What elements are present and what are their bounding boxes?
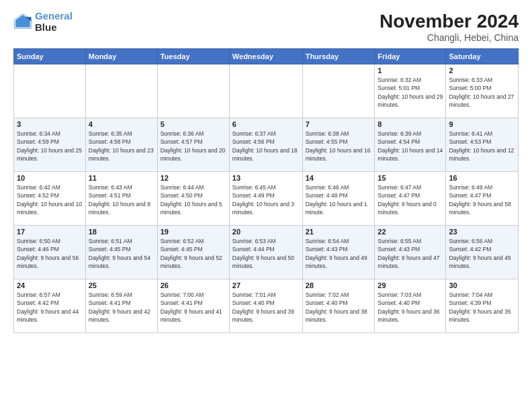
day-info: Sunrise: 6:46 AM Sunset: 4:48 PM Dayligh…: [306, 183, 372, 216]
week-row-3: 10Sunrise: 6:42 AM Sunset: 4:52 PM Dayli…: [14, 172, 519, 226]
day-number: 23: [449, 228, 515, 236]
day-info: Sunrise: 6:50 AM Sunset: 4:46 PM Dayligh…: [17, 237, 83, 270]
calendar-table: Sunday Monday Tuesday Wednesday Thursday…: [13, 48, 519, 333]
calendar-cell: 25Sunrise: 6:59 AM Sunset: 4:41 PM Dayli…: [85, 279, 157, 333]
calendar-cell: 24Sunrise: 6:57 AM Sunset: 4:42 PM Dayli…: [14, 279, 86, 333]
col-wednesday: Wednesday: [229, 49, 302, 64]
calendar-cell: 13Sunrise: 6:45 AM Sunset: 4:49 PM Dayli…: [229, 172, 302, 226]
day-number: 12: [161, 174, 226, 182]
calendar-cell: [157, 64, 229, 118]
calendar-cell: 15Sunrise: 6:47 AM Sunset: 4:47 PM Dayli…: [375, 172, 446, 226]
calendar-cell: 3Sunrise: 6:34 AM Sunset: 4:59 PM Daylig…: [14, 118, 86, 172]
calendar-body: 1Sunrise: 6:32 AM Sunset: 5:01 PM Daylig…: [14, 64, 519, 333]
subtitle: Changli, Hebei, China: [380, 32, 519, 43]
day-number: 10: [17, 174, 83, 182]
day-info: Sunrise: 6:54 AM Sunset: 4:43 PM Dayligh…: [306, 237, 372, 270]
day-number: 22: [378, 228, 443, 236]
day-number: 19: [161, 228, 226, 236]
week-row-2: 3Sunrise: 6:34 AM Sunset: 4:59 PM Daylig…: [14, 118, 519, 172]
day-info: Sunrise: 6:43 AM Sunset: 4:51 PM Dayligh…: [89, 183, 154, 216]
calendar-cell: 23Sunrise: 6:56 AM Sunset: 4:42 PM Dayli…: [446, 226, 519, 279]
day-number: 14: [306, 174, 372, 182]
col-thursday: Thursday: [302, 49, 375, 64]
calendar-cell: 9Sunrise: 6:41 AM Sunset: 4:53 PM Daylig…: [446, 118, 519, 172]
day-info: Sunrise: 6:33 AM Sunset: 5:00 PM Dayligh…: [449, 76, 515, 109]
col-friday: Friday: [375, 49, 446, 64]
day-info: Sunrise: 6:41 AM Sunset: 4:53 PM Dayligh…: [449, 130, 515, 163]
day-info: Sunrise: 6:44 AM Sunset: 4:50 PM Dayligh…: [161, 183, 226, 216]
day-info: Sunrise: 6:35 AM Sunset: 4:58 PM Dayligh…: [89, 130, 154, 163]
day-number: 15: [378, 174, 443, 182]
day-info: Sunrise: 6:49 AM Sunset: 4:47 PM Dayligh…: [449, 183, 515, 216]
day-number: 20: [232, 228, 300, 236]
day-number: 29: [378, 281, 443, 289]
calendar-cell: 19Sunrise: 6:52 AM Sunset: 4:45 PM Dayli…: [157, 226, 229, 279]
day-number: 6: [232, 120, 300, 128]
day-number: 4: [89, 120, 154, 128]
day-number: 16: [449, 174, 515, 182]
day-number: 5: [161, 120, 226, 128]
calendar-cell: 2Sunrise: 6:33 AM Sunset: 5:00 PM Daylig…: [446, 64, 519, 118]
header-row: Sunday Monday Tuesday Wednesday Thursday…: [14, 49, 519, 64]
day-number: 28: [306, 281, 372, 289]
week-row-4: 17Sunrise: 6:50 AM Sunset: 4:46 PM Dayli…: [14, 226, 519, 279]
day-number: 3: [17, 120, 83, 128]
day-info: Sunrise: 7:01 AM Sunset: 4:40 PM Dayligh…: [232, 291, 300, 324]
calendar-cell: 30Sunrise: 7:04 AM Sunset: 4:39 PM Dayli…: [446, 279, 519, 333]
day-info: Sunrise: 6:47 AM Sunset: 4:47 PM Dayligh…: [378, 183, 443, 216]
calendar-cell: 14Sunrise: 6:46 AM Sunset: 4:48 PM Dayli…: [302, 172, 375, 226]
calendar-cell: 17Sunrise: 6:50 AM Sunset: 4:46 PM Dayli…: [14, 226, 86, 279]
calendar-cell: 11Sunrise: 6:43 AM Sunset: 4:51 PM Dayli…: [85, 172, 157, 226]
title-block: November 2024 Changli, Hebei, China: [380, 11, 519, 43]
day-info: Sunrise: 6:55 AM Sunset: 4:43 PM Dayligh…: [378, 237, 443, 270]
calendar-cell: [229, 64, 302, 118]
day-info: Sunrise: 6:36 AM Sunset: 4:57 PM Dayligh…: [161, 130, 226, 163]
logo-text: General Blue: [35, 11, 73, 33]
calendar-cell: 21Sunrise: 6:54 AM Sunset: 4:43 PM Dayli…: [302, 226, 375, 279]
week-row-5: 24Sunrise: 6:57 AM Sunset: 4:42 PM Dayli…: [14, 279, 519, 333]
day-number: 25: [89, 281, 154, 289]
day-info: Sunrise: 6:52 AM Sunset: 4:45 PM Dayligh…: [161, 237, 226, 270]
day-info: Sunrise: 6:45 AM Sunset: 4:49 PM Dayligh…: [232, 183, 300, 216]
day-info: Sunrise: 6:59 AM Sunset: 4:41 PM Dayligh…: [89, 291, 154, 324]
calendar-cell: 5Sunrise: 6:36 AM Sunset: 4:57 PM Daylig…: [157, 118, 229, 172]
day-number: 8: [378, 120, 443, 128]
calendar-cell: 6Sunrise: 6:37 AM Sunset: 4:56 PM Daylig…: [229, 118, 302, 172]
calendar-cell: 8Sunrise: 6:39 AM Sunset: 4:54 PM Daylig…: [375, 118, 446, 172]
day-number: 18: [89, 228, 154, 236]
col-saturday: Saturday: [446, 49, 519, 64]
day-info: Sunrise: 6:34 AM Sunset: 4:59 PM Dayligh…: [17, 130, 83, 163]
calendar-cell: 18Sunrise: 6:51 AM Sunset: 4:45 PM Dayli…: [85, 226, 157, 279]
calendar-cell: 28Sunrise: 7:02 AM Sunset: 4:40 PM Dayli…: [302, 279, 375, 333]
calendar-cell: 20Sunrise: 6:53 AM Sunset: 4:44 PM Dayli…: [229, 226, 302, 279]
calendar-cell: 7Sunrise: 6:38 AM Sunset: 4:55 PM Daylig…: [302, 118, 375, 172]
page: General Blue November 2024 Changli, Hebe…: [0, 0, 532, 411]
day-info: Sunrise: 6:42 AM Sunset: 4:52 PM Dayligh…: [17, 183, 83, 216]
day-number: 9: [449, 120, 515, 128]
day-number: 17: [17, 228, 83, 236]
day-number: 13: [232, 174, 300, 182]
calendar-cell: 16Sunrise: 6:49 AM Sunset: 4:47 PM Dayli…: [446, 172, 519, 226]
day-info: Sunrise: 7:03 AM Sunset: 4:40 PM Dayligh…: [378, 291, 443, 324]
day-info: Sunrise: 6:53 AM Sunset: 4:44 PM Dayligh…: [232, 237, 300, 270]
calendar-cell: 27Sunrise: 7:01 AM Sunset: 4:40 PM Dayli…: [229, 279, 302, 333]
day-number: 21: [306, 228, 372, 236]
calendar-cell: 10Sunrise: 6:42 AM Sunset: 4:52 PM Dayli…: [14, 172, 86, 226]
day-number: 26: [161, 281, 226, 289]
day-info: Sunrise: 6:57 AM Sunset: 4:42 PM Dayligh…: [17, 291, 83, 324]
day-info: Sunrise: 6:37 AM Sunset: 4:56 PM Dayligh…: [232, 130, 300, 163]
day-info: Sunrise: 7:04 AM Sunset: 4:39 PM Dayligh…: [449, 291, 515, 324]
day-number: 30: [449, 281, 515, 289]
header: General Blue November 2024 Changli, Hebe…: [13, 11, 519, 43]
logo: General Blue: [13, 11, 73, 33]
calendar-cell: [302, 64, 375, 118]
day-info: Sunrise: 6:56 AM Sunset: 4:42 PM Dayligh…: [449, 237, 515, 270]
calendar-cell: [14, 64, 86, 118]
logo-icon: [13, 13, 32, 32]
calendar-cell: 26Sunrise: 7:00 AM Sunset: 4:41 PM Dayli…: [157, 279, 229, 333]
day-info: Sunrise: 6:39 AM Sunset: 4:54 PM Dayligh…: [378, 130, 443, 163]
calendar-cell: 29Sunrise: 7:03 AM Sunset: 4:40 PM Dayli…: [375, 279, 446, 333]
calendar-cell: 12Sunrise: 6:44 AM Sunset: 4:50 PM Dayli…: [157, 172, 229, 226]
calendar-cell: 4Sunrise: 6:35 AM Sunset: 4:58 PM Daylig…: [85, 118, 157, 172]
day-number: 11: [89, 174, 154, 182]
